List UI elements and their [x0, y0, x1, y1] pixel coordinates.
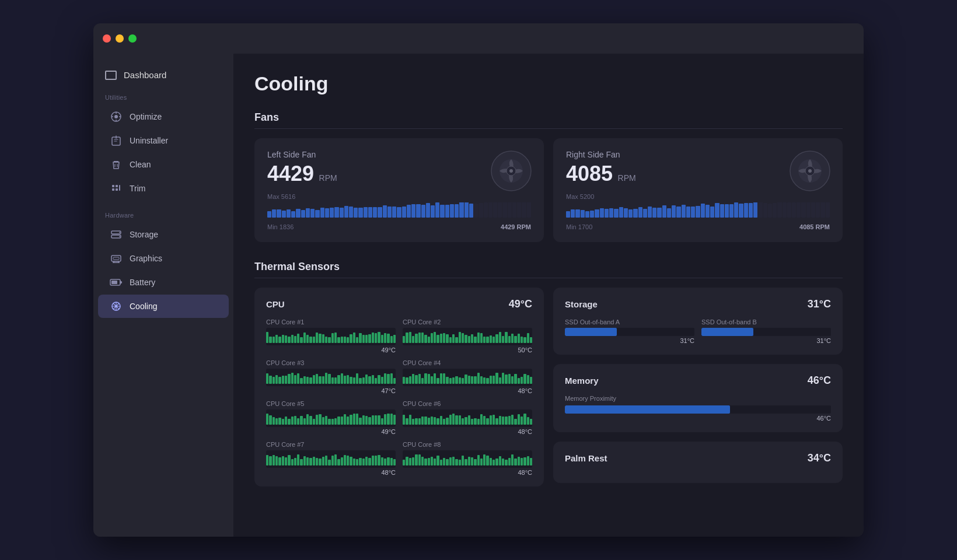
sidebar-item-trim[interactable]: Trim [98, 177, 229, 200]
ssd-a-temp: 31°C [565, 337, 694, 344]
fans-section-title: Fans [254, 111, 843, 129]
cpu-core-6-chart [403, 410, 532, 427]
cpu-core-3-name: CPU Core #3 [266, 359, 396, 366]
optimize-label: Optimize [130, 112, 162, 121]
cpu-core-7: CPU Core #7 48°C [266, 441, 396, 476]
palm-rest-temp: 34°C [808, 452, 831, 464]
cpu-core-6: CPU Core #6 48°C [403, 400, 532, 435]
memory-bar-fill [565, 405, 730, 414]
memory-proximity-name: Memory Proximity [565, 395, 831, 402]
sidebar-item-clean[interactable]: Clean [98, 153, 229, 176]
memory-title: Memory [565, 376, 599, 386]
right-fan-min: Min 1700 [566, 223, 592, 230]
trim-label: Trim [130, 184, 145, 193]
thermal-section: Thermal Sensors [254, 261, 843, 278]
trim-icon [110, 182, 123, 195]
sidebar-item-uninstaller[interactable]: Uninstaller [98, 129, 229, 152]
sidebar-item-storage[interactable]: Storage [98, 223, 229, 246]
cpu-sensor-grid: CPU Core #1 49°C CPU Core #2 50°C [266, 318, 532, 476]
svg-point-32 [808, 169, 812, 173]
left-fan-footer: Min 1836 4429 RPM [267, 223, 531, 230]
right-fan-icon [789, 150, 831, 192]
minimize-button[interactable] [116, 34, 124, 43]
right-fan-bar-area: Max 5200 Min 1700 4085 RPM [566, 193, 830, 230]
sidebar-item-optimize[interactable]: Optimize [98, 105, 229, 128]
svg-point-24 [115, 305, 118, 308]
cpu-core-6-temp: 48°C [403, 428, 532, 435]
svg-rect-18 [111, 256, 121, 261]
memory-proximity-temp: 46°C [565, 415, 831, 422]
clean-icon [110, 158, 123, 171]
app-body: Dashboard Utilities Optimize [93, 54, 864, 537]
fans-row: Left Side Fan 4429 RPM [254, 138, 843, 242]
cpu-title: CPU [266, 299, 285, 309]
close-button[interactable] [103, 34, 111, 43]
right-fan-footer: Min 1700 4085 RPM [566, 223, 830, 230]
memory-bar-wrap [565, 405, 831, 414]
sidebar-item-dashboard[interactable]: Dashboard [93, 65, 233, 89]
cpu-core-8-name: CPU Core #8 [403, 441, 532, 448]
memory-thermal-header: Memory 46°C [565, 374, 831, 387]
storage-title: Storage [565, 299, 598, 309]
sidebar-item-graphics[interactable]: Graphics [98, 247, 229, 270]
sidebar-item-battery[interactable]: Battery [98, 271, 229, 294]
left-fan-rpm: 4429 [267, 162, 314, 186]
palm-rest-title: Palm Rest [565, 453, 607, 463]
cpu-core-1-name: CPU Core #1 [266, 318, 396, 326]
cpu-core-5-name: CPU Core #5 [266, 400, 396, 407]
right-thermal-col: Storage 31°C SSD Out-of-band A 31°C [553, 288, 843, 487]
main-content: Cooling Fans Left Side Fan 4429 RPM [233, 54, 864, 537]
utilities-section-label: Utilities [93, 89, 233, 104]
svg-rect-11 [112, 188, 114, 191]
storage-thermal-card: Storage 31°C SSD Out-of-band A 31°C [553, 288, 843, 355]
palm-rest-header: Palm Rest 34°C [565, 452, 831, 464]
graphics-label: Graphics [130, 254, 162, 263]
cpu-core-4: CPU Core #4 48°C [403, 359, 532, 394]
left-fan-current: 4429 RPM [501, 223, 531, 230]
ssd-a-bar [565, 328, 694, 336]
cpu-core-2: CPU Core #2 50°C [403, 318, 532, 354]
cpu-core-2-chart [403, 328, 532, 345]
traffic-lights [103, 34, 137, 43]
cpu-temp: 49°C [509, 298, 532, 310]
left-fan-card: Left Side Fan 4429 RPM [254, 138, 544, 242]
storage-label: Storage [130, 230, 158, 239]
hardware-section-label: Hardware [93, 207, 233, 222]
storage-sensor-grid: SSD Out-of-band A 31°C SSD Out-of-band B [565, 318, 831, 344]
maximize-button[interactable] [128, 34, 137, 43]
ssd-b-temp: 31°C [701, 337, 831, 344]
svg-rect-19 [113, 257, 119, 260]
ssd-a-name: SSD Out-of-band A [565, 318, 694, 326]
battery-icon [110, 276, 123, 289]
cpu-core-7-name: CPU Core #7 [266, 441, 396, 448]
cpu-core-4-temp: 48°C [403, 387, 532, 394]
right-fan-rpm: 4085 [566, 162, 613, 186]
cpu-core-2-name: CPU Core #2 [403, 318, 532, 326]
svg-rect-9 [112, 185, 114, 187]
left-fan-bar [267, 202, 531, 221]
cpu-thermal-card: CPU 49°C CPU Core #1 49°C [254, 288, 544, 487]
ssd-b-bar [701, 328, 831, 336]
storage-temp: 31°C [808, 298, 831, 310]
cpu-core-2-temp: 50°C [403, 346, 532, 354]
memory-thermal-card: Memory 46°C Memory Proximity 46°C [553, 364, 843, 432]
cpu-core-5: CPU Core #5 49°C [266, 400, 396, 435]
right-fan-unit: RPM [618, 173, 636, 183]
memory-temp: 46°C [808, 374, 831, 387]
svg-point-16 [119, 232, 120, 233]
cpu-core-1-temp: 49°C [266, 346, 396, 354]
memory-sensor: Memory Proximity 46°C [565, 395, 831, 422]
cpu-core-8-temp: 48°C [403, 469, 532, 476]
palm-rest-thermal-card: Palm Rest 34°C [553, 442, 843, 483]
left-fan-unit: RPM [319, 173, 337, 183]
ssd-b-name: SSD Out-of-band B [701, 318, 831, 326]
cpu-core-4-name: CPU Core #4 [403, 359, 532, 366]
storage-thermal-header: Storage 31°C [565, 298, 831, 310]
sidebar-item-cooling[interactable]: Cooling [98, 295, 229, 318]
cpu-core-7-chart [266, 450, 396, 468]
thermal-grid: CPU 49°C CPU Core #1 49°C [254, 288, 843, 487]
cpu-core-3: CPU Core #3 47°C [266, 359, 396, 394]
svg-point-17 [119, 236, 120, 237]
svg-rect-13 [119, 185, 120, 191]
right-fan-current: 4085 RPM [799, 223, 830, 230]
